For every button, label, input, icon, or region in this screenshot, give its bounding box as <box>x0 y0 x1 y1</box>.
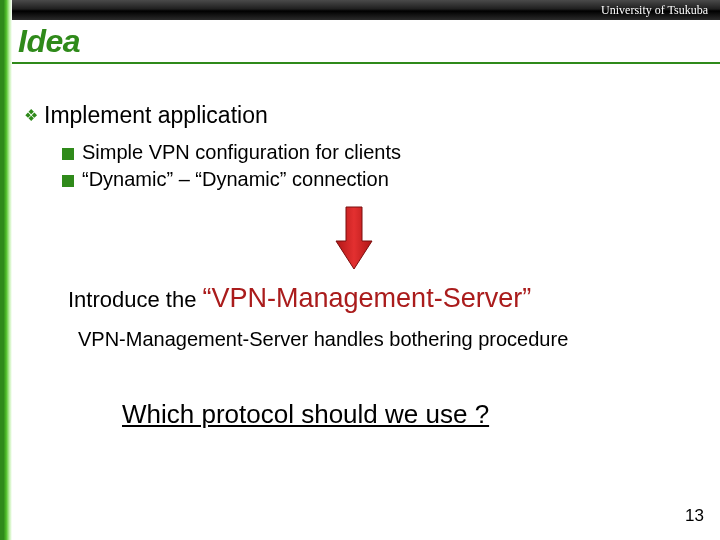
intro-prefix: Introduce the <box>68 287 203 312</box>
university-label: University of Tsukuba <box>601 3 708 18</box>
diamond-bullet-icon: ❖ <box>24 106 38 125</box>
bullet-level1-text: Implement application <box>44 102 268 129</box>
bullet-level1: ❖ Implement application <box>24 102 708 129</box>
slide-title: Idea <box>18 23 80 60</box>
bullet-level2-text: Simple VPN configuration for clients <box>82 141 401 164</box>
bullet-level2-item: Simple VPN configuration for clients <box>62 141 708 164</box>
left-rail <box>0 0 12 540</box>
question-line: Which protocol should we use ? <box>122 399 708 430</box>
page-number: 13 <box>685 506 704 526</box>
down-arrow-icon <box>334 205 374 271</box>
square-bullet-icon <box>62 148 74 160</box>
title-area: Idea <box>12 20 720 64</box>
bullet-level2-list: Simple VPN configuration for clients “Dy… <box>62 141 708 191</box>
sub-line: VPN-Management-Server handles bothering … <box>78 328 708 351</box>
content-area: ❖ Implement application Simple VPN confi… <box>24 80 708 430</box>
intro-highlight: “VPN-Management-Server” <box>203 283 532 313</box>
arrow-graphic <box>334 205 708 275</box>
bullet-level2-item: “Dynamic” – “Dynamic” connection <box>62 168 708 191</box>
header-bar: University of Tsukuba <box>12 0 720 20</box>
bullet-level2-text: “Dynamic” – “Dynamic” connection <box>82 168 389 191</box>
intro-line: Introduce the “VPN-Management-Server” <box>68 283 708 314</box>
square-bullet-icon <box>62 175 74 187</box>
